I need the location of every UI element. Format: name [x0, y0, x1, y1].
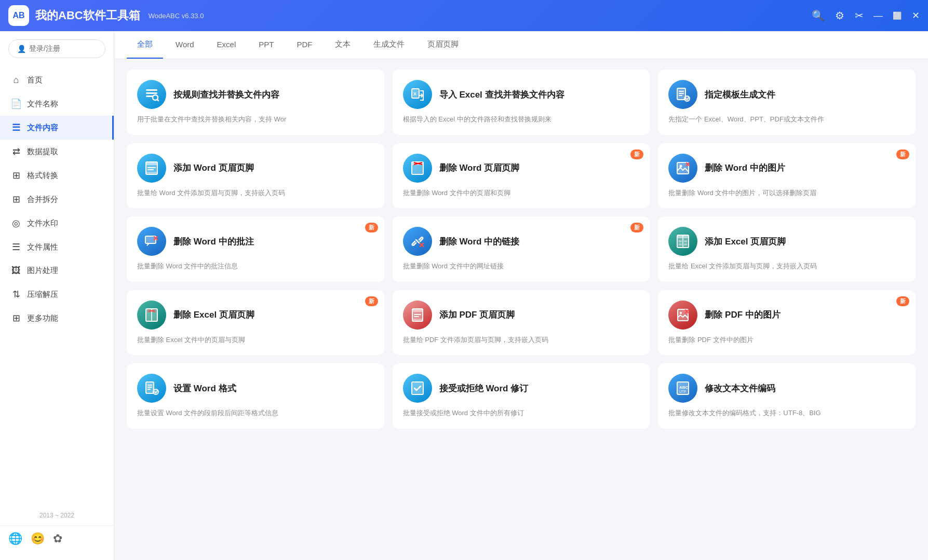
titlebar-actions: 🔍 ⚙ ✂ — ⬜ ✕: [812, 9, 920, 22]
card-template-generate[interactable]: 指定模板生成文件 先指定一个 Excel、Word、PPT、PDF或文本文件作: [658, 70, 916, 135]
card-remove-word-image[interactable]: 新 删除 Word 中的图片 批量删除 Word 文件中的图片，可以选择删除页眉: [658, 143, 916, 209]
card-icon: [137, 374, 166, 403]
svg-line-4: [157, 100, 159, 101]
sidebar-item-fileattr[interactable]: ☰ 文件属性: [0, 235, 114, 259]
browser-icon[interactable]: 🌐: [8, 532, 22, 545]
card-icon: [137, 227, 166, 256]
sidebar-item-dataextract[interactable]: ⇄ 数据提取: [0, 140, 114, 163]
card-remove-pdf-image[interactable]: 新 删除 PDF 中的图片 批量删除 PDF 文件中的图片: [658, 290, 916, 356]
svg-rect-52: [147, 387, 152, 388]
card-remove-word-comment[interactable]: 新 删除 Word 中的批注 批量删除 Word 文件中的批注信息: [127, 216, 384, 282]
card-desc: 批量删除 PDF 文件中的图片: [668, 335, 905, 345]
card-add-pdf-header[interactable]: 添加 PDF 页眉页脚 批量给 PDF 文件添加页眉与页脚，支持嵌入页码: [393, 290, 650, 356]
card-desc: 批量接受或拒绝 Word 文件中的所有修订: [403, 408, 640, 418]
card-icon: ABCUTF: [668, 374, 697, 403]
card-icon: [668, 227, 697, 256]
card-header: 设置 Word 格式: [137, 374, 374, 403]
login-button[interactable]: 👤 登录/注册: [8, 39, 105, 58]
card-remove-word-header[interactable]: 新 删除 Word 页眉页脚 批量删除 Word 文件中的页眉和页脚: [393, 143, 650, 209]
card-title: 删除 Word 中的图片: [705, 162, 785, 174]
sidebar-item-compress[interactable]: ⇅ 压缩解压: [0, 282, 114, 306]
card-import-excel-replace[interactable]: X 导入 Excel 查找并替换文件内容 根据导入的 Excel 中的文件路径和…: [393, 70, 650, 135]
copyright-text: 2013 ~ 2022: [0, 510, 114, 521]
svg-point-54: [153, 389, 158, 394]
nav-label-watermark: 文件水印: [27, 218, 58, 228]
card-icon: [668, 80, 697, 109]
card-icon: [403, 301, 432, 330]
svg-rect-34: [684, 240, 687, 242]
sidebar-item-watermark[interactable]: ◎ 文件水印: [0, 211, 114, 235]
card-header: 接受或拒绝 Word 修订: [403, 374, 640, 403]
svg-rect-0: [146, 89, 157, 91]
tab-generate[interactable]: 生成文件: [363, 31, 415, 59]
tab-text[interactable]: 文本: [325, 31, 361, 59]
svg-rect-15: [147, 169, 154, 170]
nav-label-home: 首页: [27, 75, 43, 85]
card-icon: [668, 154, 697, 183]
tab-pdf[interactable]: PDF: [286, 32, 322, 58]
more-icon: ⊞: [10, 312, 22, 324]
minimize-button[interactable]: —: [874, 11, 882, 20]
badge-new: 新: [896, 296, 909, 306]
card-modify-text-encoding[interactable]: ABCUTF 修改文本文件编码 批量修改文本文件的编码格式，支持：UTF-8、B…: [658, 363, 916, 429]
card-remove-word-link[interactable]: 新 删除 Word 中的链接 批量删除 Word 文件中的网址链接: [393, 216, 650, 282]
sidebar-item-home[interactable]: ⌂ 首页: [0, 69, 114, 92]
card-header: 删除 Excel 页眉页脚: [137, 301, 374, 330]
home-icon: ⌂: [10, 75, 22, 86]
card-icon: [137, 301, 166, 330]
card-desc: 批量删除 Excel 文件中的页眉与页脚: [137, 335, 374, 345]
card-title: 添加 Excel 页眉页脚: [705, 236, 786, 248]
image-icon: 🖼: [10, 265, 22, 276]
badge-new: 新: [630, 149, 643, 159]
compress-icon: ⇅: [10, 289, 22, 300]
card-header: 删除 Word 中的批注: [137, 227, 374, 256]
svg-rect-51: [147, 385, 152, 386]
svg-rect-33: [679, 240, 682, 242]
sidebar-item-filecontent[interactable]: ☰ 文件内容: [0, 116, 114, 140]
sidebar-item-format[interactable]: ⊞ 格式转换: [0, 163, 114, 187]
card-set-word-format[interactable]: 设置 Word 格式 批量设置 Word 文件的段前段后间距等格式信息: [127, 363, 384, 429]
tab-excel[interactable]: Excel: [207, 32, 247, 58]
sidebar-item-filename[interactable]: 📄 文件名称: [0, 92, 114, 116]
tab-bar: 全部 Word Excel PPT PDF 文本 生成文件 页眉页脚: [114, 31, 928, 59]
nav-label-filecontent: 文件内容: [27, 123, 58, 133]
app-title: 我的ABC软件工具箱: [35, 8, 140, 23]
nav-label-format: 格式转换: [27, 171, 58, 181]
sidebar-item-merge[interactable]: ⊞ 合并拆分: [0, 187, 114, 211]
card-title: 导入 Excel 查找并替换文件内容: [439, 89, 564, 101]
svg-rect-8: [679, 91, 684, 92]
badge-new: 新: [896, 149, 909, 159]
svg-point-22: [680, 165, 682, 167]
settings-icon[interactable]: ⚙: [835, 9, 844, 22]
card-header: 删除 Word 中的链接: [403, 227, 640, 256]
card-icon: [137, 154, 166, 183]
card-add-excel-header[interactable]: 添加 Excel 页眉页脚 批量给 Excel 文件添加页眉与页脚，支持嵌入页码: [658, 216, 916, 282]
tab-word[interactable]: Word: [165, 32, 205, 58]
close-button[interactable]: ✕: [911, 11, 920, 20]
nav-items: ⌂ 首页 📄 文件名称 ☰ 文件内容 ⇄ 数据提取 ⊞ 格式转换 ⊞ 合并拆分: [0, 69, 114, 510]
svg-point-11: [684, 96, 690, 101]
sidebar-item-more[interactable]: ⊞ 更多功能: [0, 306, 114, 330]
card-desc: 批量删除 Word 文件中的批注信息: [137, 261, 374, 271]
search-icon[interactable]: 🔍: [812, 9, 825, 22]
restore-button[interactable]: ⬜: [893, 11, 901, 20]
card-remove-excel-header[interactable]: 新 删除 Excel 页眉页脚 批量删除 Excel 文件中的页眉与页脚: [127, 290, 384, 356]
card-header: 指定模板生成文件: [668, 80, 905, 109]
tab-ppt[interactable]: PPT: [248, 32, 284, 58]
card-header: 添加 Excel 页眉页脚: [668, 227, 905, 256]
watermark-icon: ◎: [10, 217, 22, 229]
emoji-icon[interactable]: 😊: [31, 532, 45, 545]
card-add-word-header[interactable]: 添加 Word 页眉页脚 批量给 Word 文件添加页眉与页脚，支持嵌入页码: [127, 143, 384, 209]
sidebar-item-image[interactable]: 🖼 图片处理: [0, 259, 114, 282]
card-search-replace[interactable]: 按规则查找并替换文件内容 用于批量在文件中查找并替换相关内容，支持 Wor: [127, 70, 384, 135]
card-header: 删除 Word 中的图片: [668, 154, 905, 183]
card-desc: 批量给 Word 文件添加页眉与页脚，支持嵌入页码: [137, 188, 374, 198]
badge-new: 新: [365, 223, 378, 233]
tab-all[interactable]: 全部: [127, 31, 163, 59]
card-accept-word-revision[interactable]: 接受或拒绝 Word 修订 批量接受或拒绝 Word 文件中的所有修订: [393, 363, 650, 429]
nav-label-filename: 文件名称: [27, 99, 58, 109]
share-icon[interactable]: ✿: [53, 532, 62, 545]
scissors-icon[interactable]: ✂: [855, 9, 864, 22]
tab-header[interactable]: 页眉页脚: [417, 31, 469, 59]
svg-rect-45: [412, 319, 423, 321]
